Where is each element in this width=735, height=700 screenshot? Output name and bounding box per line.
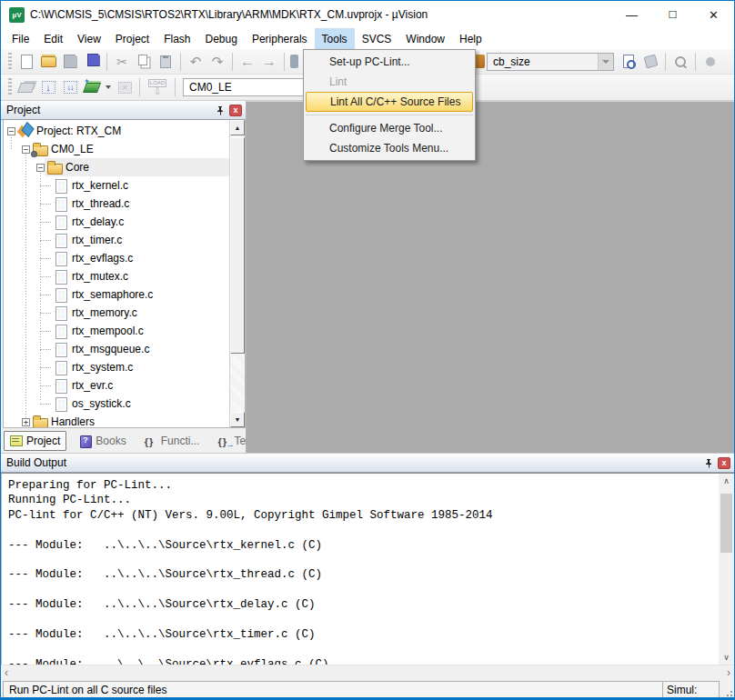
menu-tools[interactable]: Tools [315,28,355,49]
collapse-icon[interactable]: − [22,145,30,154]
download-icon[interactable] [145,78,170,96]
tree-item[interactable]: rtx_system.c [4,358,229,376]
menu-help[interactable]: Help [452,28,489,49]
uvision-window: µV C:\W\CMSIS_5\CMSIS\RTOS2\RTX\Library\… [0,0,735,700]
scroll-up-icon[interactable]: ∧ [719,474,734,488]
tree-item[interactable]: rtx_memory.c [4,304,229,322]
pin-icon[interactable] [702,456,715,469]
search-combobox[interactable]: cb_size [487,53,614,71]
scroll-down-icon[interactable]: ▼ [230,412,245,427]
expand-icon[interactable]: + [22,418,30,426]
tree-item[interactable]: +Handlers [4,413,229,428]
copy-icon[interactable] [134,53,154,71]
tree-item[interactable]: rtx_msgqueue.c [4,340,229,358]
scroll-up-icon[interactable]: ▲ [230,120,245,135]
minimize-button[interactable]: — [611,1,652,28]
menu-item-set-up-pc-lint[interactable]: Set-up PC-Lint... [304,52,475,72]
scroll-left-icon[interactable]: ‹ [5,667,8,678]
navigate-forward-icon[interactable] [259,53,279,71]
stop-build-icon[interactable] [115,78,135,96]
collapse-icon[interactable]: − [7,127,15,135]
build-output-scrollbar[interactable]: ∧ ∨ [719,474,734,665]
tree-item[interactable]: rtx_semaphore.c [4,285,229,304]
tree-item-label: CM0_LE [51,143,94,155]
menu-view[interactable]: View [70,28,108,49]
target-combobox[interactable]: CM0_LE [183,78,321,96]
menu-window[interactable]: Window [398,28,452,49]
scroll-right-icon[interactable]: › [727,667,730,678]
redo-icon[interactable] [207,53,227,71]
breakpoint-icon[interactable] [700,53,720,71]
save-all-icon[interactable] [82,53,102,71]
build-output-hscrollbar[interactable]: ‹ › [1,665,734,680]
maximize-button[interactable]: ☐ [652,1,693,28]
tree-connector-stub [40,258,51,259]
tree-item[interactable]: −Core [4,158,229,176]
tree-item[interactable]: rtx_mempool.c [4,322,229,340]
tree-item[interactable]: rtx_delay.c [4,213,229,231]
books-tab-icon [79,435,92,446]
close-panel-icon[interactable]: x [229,105,242,116]
close-panel-icon[interactable]: x [718,457,730,469]
menu-item-lint: Lint [304,72,475,92]
navigate-back-icon[interactable] [237,53,257,71]
close-button[interactable]: ✕ [693,1,734,28]
tree-item[interactable]: rtx_evflags.c [4,249,229,267]
tab-project[interactable]: Project [4,431,66,451]
functions-tab-icon [145,435,157,446]
tab-books[interactable]: Books [74,431,131,451]
scrollbar-thumb[interactable] [230,137,245,354]
scrollbar-thumb[interactable] [720,494,732,553]
find-in-files-icon[interactable] [619,53,639,71]
undo-icon[interactable] [186,53,206,71]
tree-item[interactable]: −CM0_LE [4,140,229,158]
menu-debug[interactable]: Debug [198,28,245,49]
group-folder-icon [47,161,62,174]
menu-item-configure-merge-tool[interactable]: Configure Merge Tool... [304,118,475,138]
tree-item[interactable]: rtx_timer.c [4,231,229,249]
menu-edit[interactable]: Edit [36,28,70,49]
browse-symbols-icon[interactable] [640,53,660,71]
tree-item[interactable]: −Project: RTX_CM [4,122,229,140]
rebuild-icon[interactable] [60,78,80,96]
status-message: Run PC-Lint on all C source files [3,681,663,698]
tree-item[interactable]: os_systick.c [4,395,229,413]
menu-item-customize-tools-menu[interactable]: Customize Tools Menu... [304,138,475,158]
target-combobox-value: CM0_LE [184,81,305,94]
toolbar-separator [139,78,140,96]
find-icon[interactable] [670,53,690,71]
cut-icon[interactable] [112,53,132,71]
batch-build-caret-icon[interactable] [104,78,113,96]
tab-functi[interactable]: Functi... [139,431,206,451]
translate-icon[interactable] [16,78,36,96]
toolbar-grip[interactable] [8,53,12,71]
build-output-text[interactable]: Preparing for PC-Lint... Running PC-Lint… [1,474,719,665]
menu-item-lint-all-c-c-source-files[interactable]: Lint All C/C++ Source Files [306,92,473,112]
scroll-down-icon[interactable]: ∨ [719,650,734,665]
batch-build-icon[interactable] [82,78,102,96]
paste-icon[interactable] [156,53,176,71]
pin-icon[interactable] [214,104,227,116]
save-icon[interactable] [60,53,80,71]
menu-flash[interactable]: Flash [156,28,197,49]
combo-dropdown-icon[interactable] [598,54,613,70]
tree-item[interactable]: rtx_kernel.c [4,176,229,195]
tree-item-label: rtx_system.c [72,361,133,374]
menu-file[interactable]: File [5,28,36,49]
project-tree-scrollbar[interactable]: ▲ ▼ [229,120,245,427]
collapse-icon[interactable]: − [36,164,45,172]
tree-item[interactable]: rtx_mutex.c [4,267,229,285]
project-tab-row: ProjectBooksFuncti...Templa... [1,428,246,453]
build-icon[interactable] [38,78,58,96]
menu-svcs[interactable]: SVCS [355,28,399,49]
menu-project[interactable]: Project [108,28,156,49]
menu-peripherals[interactable]: Peripherals [245,28,315,49]
resize-grip[interactable] [720,681,732,698]
tree-item[interactable]: rtx_evr.c [4,376,229,395]
new-file-icon[interactable] [16,53,36,71]
tree-item[interactable]: rtx_thread.c [4,195,229,213]
open-file-icon[interactable] [38,53,58,71]
partially-hidden-icon[interactable] [289,53,298,71]
tree-connector-stub [40,404,51,405]
toolbar-grip[interactable] [8,78,12,96]
